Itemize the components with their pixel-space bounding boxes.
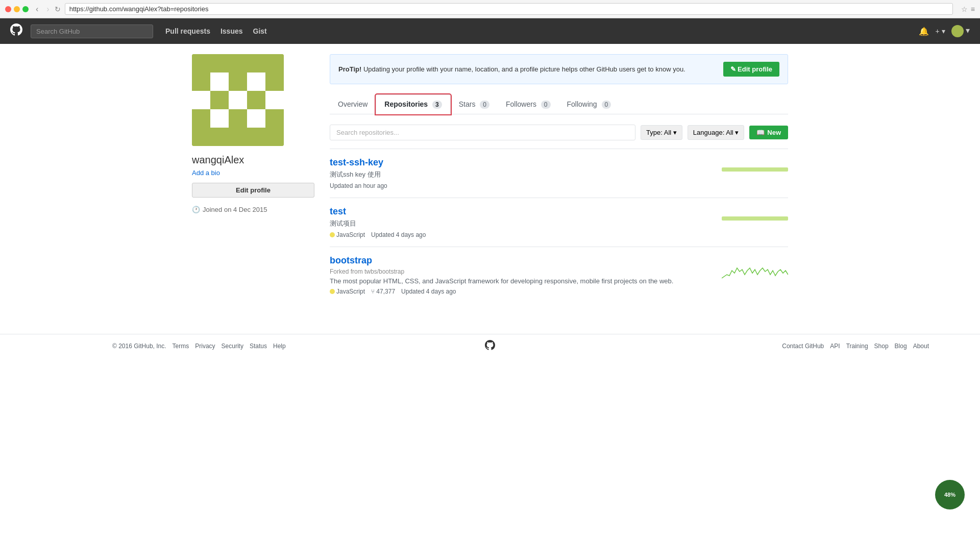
- tab-followers[interactable]: Followers 0: [498, 94, 558, 114]
- type-filter-button[interactable]: Type: All ▾: [641, 125, 682, 140]
- pull-requests-nav[interactable]: Pull requests: [165, 27, 210, 35]
- refresh-button[interactable]: ↻: [55, 5, 61, 13]
- github-footer-logo: [485, 340, 495, 353]
- clock-icon: 🕐: [192, 206, 200, 213]
- repo-meta: JavaScript Updated 4 days ago: [330, 231, 722, 238]
- footer-shop[interactable]: Shop: [874, 343, 889, 350]
- stars-count-badge: 0: [480, 101, 489, 109]
- protip-banner: ProTip! Updating your profile with your …: [330, 54, 788, 84]
- svg-rect-1: [210, 72, 229, 91]
- github-search-input[interactable]: [31, 25, 153, 38]
- footer-terms[interactable]: Terms: [173, 343, 189, 350]
- footer-left: © 2016 GitHub, Inc. Terms Privacy Securi…: [112, 343, 286, 350]
- issues-nav[interactable]: Issues: [220, 27, 243, 35]
- maximize-btn[interactable]: [22, 6, 29, 12]
- repo-item: test 测试项目 JavaScript Updated 4 days ago: [330, 198, 788, 247]
- repo-meta: Updated an hour ago: [330, 182, 722, 189]
- svg-rect-5: [247, 109, 265, 128]
- browser-actions: ☆ ≡: [961, 5, 975, 13]
- back-button[interactable]: ‹: [33, 4, 41, 15]
- browser-nav: ‹ › ↻: [33, 4, 61, 15]
- footer-center: [485, 340, 495, 353]
- repo-activity-bar: [722, 167, 788, 172]
- repo-sparkline: [722, 260, 788, 281]
- repo-description: 测试ssh key 使用: [330, 170, 722, 179]
- svg-rect-3: [229, 91, 247, 109]
- tab-overview[interactable]: Overview: [330, 94, 376, 114]
- repo-info: bootstrap Forked from twbs/bootstrap The…: [330, 255, 712, 295]
- fork-source: Forked from twbs/bootstrap: [330, 268, 712, 275]
- repo-search-input[interactable]: [330, 125, 635, 140]
- footer-right: Contact GitHub API Training Shop Blog Ab…: [782, 343, 929, 350]
- footer-copyright: © 2016 GitHub, Inc.: [112, 343, 166, 350]
- create-new-button[interactable]: + ▾: [935, 27, 945, 35]
- user-menu-button[interactable]: ▾: [951, 25, 970, 37]
- repo-description: The most popular HTML, CSS, and JavaScri…: [330, 277, 712, 285]
- username: wangqiAlex: [192, 154, 314, 166]
- github-nav: Pull requests Issues Gist: [165, 27, 267, 35]
- url-bar[interactable]: [65, 3, 953, 15]
- repo-controls: Type: All ▾ Language: All ▾ 📖 New: [330, 125, 788, 140]
- protip-text: ProTip! Updating your profile with your …: [338, 65, 715, 73]
- footer-privacy[interactable]: Privacy: [195, 343, 215, 350]
- sidebar: wangqiAlex Add a bio Edit profile 🕐 Join…: [192, 54, 314, 303]
- forward-button[interactable]: ›: [43, 4, 52, 15]
- svg-rect-4: [210, 109, 229, 128]
- language-dot: [330, 232, 335, 237]
- repo-activity-bar: [722, 216, 788, 221]
- footer-api[interactable]: API: [830, 343, 840, 350]
- edit-profile-sidebar-button[interactable]: Edit profile: [192, 183, 314, 198]
- user-avatar: [192, 54, 284, 146]
- repo-updated: Updated an hour ago: [330, 182, 387, 189]
- gist-nav[interactable]: Gist: [253, 27, 267, 35]
- main-container: wangqiAlex Add a bio Edit profile 🕐 Join…: [184, 44, 796, 313]
- content-area: ProTip! Updating your profile with your …: [330, 54, 788, 303]
- edit-profile-banner-button[interactable]: ✎ Edit profile: [723, 62, 780, 77]
- footer-training[interactable]: Training: [846, 343, 868, 350]
- minimize-btn[interactable]: [14, 6, 20, 12]
- tab-repositories[interactable]: Repositories 3: [376, 94, 450, 114]
- footer-contact[interactable]: Contact GitHub: [782, 343, 824, 350]
- footer-status[interactable]: Status: [250, 343, 267, 350]
- book-icon: 📖: [756, 129, 765, 136]
- tab-stars[interactable]: Stars 0: [451, 94, 498, 114]
- bookmark-button[interactable]: ☆: [961, 5, 968, 13]
- tab-following[interactable]: Following 0: [559, 94, 620, 114]
- repo-item: bootstrap Forked from twbs/bootstrap The…: [330, 247, 788, 303]
- notifications-button[interactable]: 🔔: [919, 27, 929, 36]
- following-count-badge: 0: [602, 101, 611, 109]
- svg-rect-2: [247, 72, 265, 91]
- language-dot: [330, 289, 335, 294]
- repo-info: test-ssh-key 测试ssh key 使用 Updated an hou…: [330, 157, 722, 189]
- repository-list: test-ssh-key 测试ssh key 使用 Updated an hou…: [330, 149, 788, 303]
- joined-date: Joined on 4 Dec 2015: [203, 206, 267, 213]
- repo-name-test[interactable]: test: [330, 206, 722, 217]
- svg-rect-7: [265, 91, 284, 109]
- menu-button[interactable]: ≡: [971, 5, 975, 13]
- repo-name-test-ssh-key[interactable]: test-ssh-key: [330, 157, 722, 168]
- footer-security[interactable]: Security: [222, 343, 243, 350]
- footer-help[interactable]: Help: [273, 343, 286, 350]
- github-footer: © 2016 GitHub, Inc. Terms Privacy Securi…: [0, 334, 980, 358]
- add-bio-link[interactable]: Add a bio: [192, 169, 314, 177]
- github-header-right: 🔔 + ▾ ▾: [919, 25, 970, 37]
- repo-name-bootstrap[interactable]: bootstrap: [330, 255, 712, 266]
- close-btn[interactable]: [5, 6, 11, 12]
- language-filter-button[interactable]: Language: All ▾: [688, 125, 744, 140]
- footer-blog[interactable]: Blog: [895, 343, 907, 350]
- new-repo-button[interactable]: 📖 New: [749, 126, 788, 139]
- repo-meta: JavaScript ⑂ 47,377 Updated 4 days ago: [330, 288, 712, 295]
- github-header: Pull requests Issues Gist 🔔 + ▾ ▾: [0, 18, 980, 44]
- fork-icon: ⑂: [371, 288, 375, 295]
- repo-description: 测试项目: [330, 219, 722, 228]
- repo-count-badge: 3: [432, 101, 442, 109]
- repo-info: test 测试项目 JavaScript Updated 4 days ago: [330, 206, 722, 238]
- browser-window-controls: [5, 6, 29, 12]
- footer-about[interactable]: About: [913, 343, 929, 350]
- svg-rect-6: [192, 91, 210, 109]
- repo-language: JavaScript: [330, 288, 365, 295]
- github-logo: [10, 23, 22, 39]
- repo-forks: ⑂ 47,377: [371, 288, 395, 295]
- joined-info: 🕐 Joined on 4 Dec 2015: [192, 206, 314, 213]
- profile-tabs: Overview Repositories 3 Stars 0 Follower…: [330, 94, 788, 114]
